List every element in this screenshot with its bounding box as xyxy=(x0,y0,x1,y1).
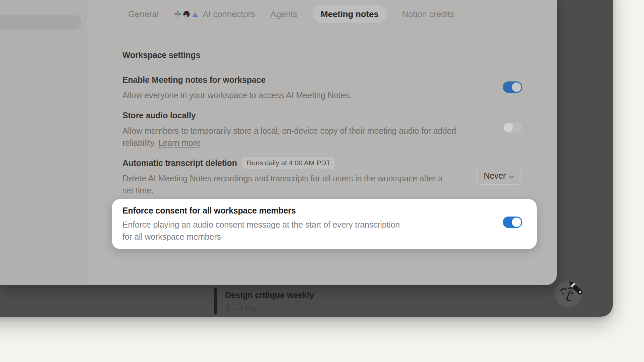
learn-more-link[interactable]: Learn more xyxy=(158,138,201,147)
section-heading: Workspace settings xyxy=(122,50,200,60)
tab-meeting-notes[interactable]: Meeting notes xyxy=(313,5,386,23)
tab-agents[interactable]: Agents xyxy=(270,9,297,19)
slack-icon xyxy=(174,10,181,18)
setting-title-enable-meeting-notes: Enable Meeting notes for workspace xyxy=(122,75,266,85)
setting-title-enforce-consent: Enforce consent for all workspace member… xyxy=(122,206,296,216)
event-time: 3 – 4 PM xyxy=(225,304,257,314)
toggle-enable-meeting-notes[interactable] xyxy=(503,81,522,93)
github-icon xyxy=(183,10,190,18)
toggle-knob xyxy=(504,123,513,132)
settings-dialog: General xyxy=(0,0,557,285)
settings-tab-bar: General xyxy=(128,5,454,23)
google-drive-icon xyxy=(192,10,199,18)
setting-title-auto-transcript-deletion: Automatic transcript deletion Runs daily… xyxy=(122,157,335,169)
sidebar-selected-item[interactable] xyxy=(0,15,82,29)
tab-ai-connectors[interactable]: AI connectors xyxy=(174,9,255,19)
chevron-down-icon xyxy=(509,171,514,181)
toggle-store-audio-locally[interactable] xyxy=(503,122,522,133)
tab-notion-credits[interactable]: Notion credits xyxy=(402,9,454,19)
settings-sidebar xyxy=(0,0,87,285)
tab-general[interactable]: General xyxy=(128,9,159,19)
schedule-badge: Runs daily at 4:00 AM PDT xyxy=(242,157,335,169)
setting-desc-enable-meeting-notes: Allow everyone in your workspace to acce… xyxy=(122,89,352,101)
toggle-enforce-consent[interactable] xyxy=(503,217,522,228)
toggle-knob xyxy=(512,82,521,92)
setting-desc-store-audio-locally: Allow members to temporarily store a loc… xyxy=(122,125,461,149)
consent-setting-card: Enforce consent for all workspace member… xyxy=(112,199,537,249)
deletion-period-dropdown[interactable]: Never xyxy=(476,167,522,185)
toggle-knob xyxy=(512,218,521,227)
setting-desc-enforce-consent: Enforce playing an audio consent message… xyxy=(122,219,411,243)
event-color-bar xyxy=(214,288,217,314)
setting-title-store-audio-locally: Store audio locally xyxy=(122,111,196,120)
setting-desc-auto-transcript-deletion: Delete AI Meeting Notes recordings and t… xyxy=(122,172,444,196)
face-and-pencil-icon xyxy=(552,277,585,311)
event-title: Design critique weekly xyxy=(225,290,314,300)
